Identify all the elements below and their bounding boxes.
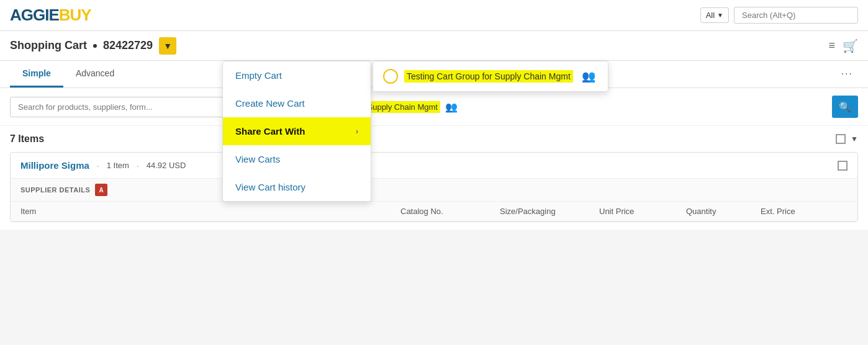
- supplier-checkbox[interactable]: [838, 161, 848, 171]
- tabs-more-button[interactable]: ···: [836, 61, 858, 87]
- share-circle-icon: [383, 69, 398, 84]
- items-count: 7 Items: [10, 133, 44, 145]
- cart-items-section: 7 Items ▼ Millipore Sigma · 1 Item · 44.…: [0, 126, 868, 230]
- col-quantity: Quantity: [686, 207, 761, 216]
- dropdown-item-create-new-cart[interactable]: Create New Cart: [223, 89, 371, 117]
- share-cart-group-text: Testing Cart Group for Supply Chain Mgmt: [404, 70, 573, 83]
- col-size: Size/Packaging: [500, 207, 599, 216]
- tab-advanced[interactable]: Advanced: [63, 61, 127, 87]
- cart-title: Shopping Cart 82422729 ▼: [10, 37, 176, 55]
- group-people-icon: 👥: [445, 101, 458, 113]
- supplier-dot2: ·: [137, 161, 139, 171]
- cart-icon[interactable]: 🛒: [843, 38, 858, 53]
- dropdown-item-empty-cart[interactable]: Empty Cart: [223, 61, 371, 89]
- search-button[interactable]: 🔍: [832, 96, 858, 118]
- supplier-info: Millipore Sigma · 1 Item · 44.92 USD: [20, 160, 186, 171]
- search-icon: 🔍: [839, 101, 851, 113]
- table-header: Item Catalog No. Size/Packaging Unit Pri…: [11, 202, 857, 222]
- dropdown-arrow-icon: ▼: [163, 41, 172, 51]
- dropdown-chevron-icon: ▼: [717, 12, 723, 19]
- subheader: Shopping Cart 82422729 ▼ ≡ 🛒 Empty Cart …: [0, 31, 868, 61]
- col-catalog: Catalog No.: [400, 207, 500, 216]
- menu-icon[interactable]: ≡: [828, 39, 835, 52]
- cart-dropdown-button[interactable]: ▼: [159, 37, 176, 55]
- tab-simple[interactable]: Simple: [10, 61, 63, 87]
- shopping-cart-label: Shopping Cart: [10, 39, 87, 52]
- supplier-item-count: 1 Item: [107, 161, 129, 170]
- chevron-right-icon: ›: [356, 127, 358, 136]
- col-ext-price: Ext. Price: [761, 207, 848, 216]
- supplier-price: 44.92 USD: [147, 161, 186, 170]
- col-item: Item: [20, 207, 400, 216]
- share-cart-submenu: Testing Cart Group for Supply Chain Mgmt…: [373, 61, 608, 92]
- app-header: AGGIE BUY All ▼: [0, 0, 868, 31]
- cart-number: 82422729: [103, 39, 153, 52]
- global-search-input[interactable]: [734, 7, 858, 24]
- cart-dot: [93, 44, 97, 48]
- select-all-dropdown-icon[interactable]: ▼: [851, 135, 858, 143]
- product-search-row: Testing Cart Group for Supply Chain Mgmt…: [0, 88, 868, 126]
- cart-dropdown-menu: Empty Cart Create New Cart Share Cart Wi…: [222, 61, 371, 202]
- select-all-checkbox[interactable]: [836, 134, 846, 144]
- logo: AGGIE BUY: [10, 6, 91, 25]
- logo-buy: BUY: [59, 6, 91, 25]
- supplier-name: Millipore Sigma: [20, 160, 89, 171]
- supplier-logo-icon: A: [95, 184, 107, 196]
- items-select-all[interactable]: ▼: [836, 134, 858, 144]
- supplier-dot: ·: [97, 161, 99, 171]
- supplier-details-label: SUPPLIER DETAILS: [20, 186, 90, 194]
- subheader-actions: ≡ 🛒: [828, 38, 858, 53]
- dropdown-item-share-cart[interactable]: Share Cart With ›: [223, 117, 371, 145]
- supplier-section: Millipore Sigma · 1 Item · 44.92 USD SUP…: [10, 152, 858, 222]
- dropdown-item-view-cart-history[interactable]: View Cart history: [223, 173, 371, 201]
- product-search-input[interactable]: [10, 97, 258, 117]
- supplier-header: Millipore Sigma · 1 Item · 44.92 USD: [11, 153, 857, 179]
- dropdown-item-view-carts[interactable]: View Carts: [223, 145, 371, 173]
- logo-aggie: AGGIE: [10, 6, 59, 25]
- header-right: All ▼: [700, 7, 858, 24]
- supplier-details-bar: SUPPLIER DETAILS A: [11, 179, 857, 202]
- search-category-dropdown[interactable]: All ▼: [700, 7, 729, 23]
- people-icon: 👥: [582, 69, 595, 83]
- col-unit-price: Unit Price: [599, 207, 686, 216]
- items-header: 7 Items ▼: [10, 133, 858, 145]
